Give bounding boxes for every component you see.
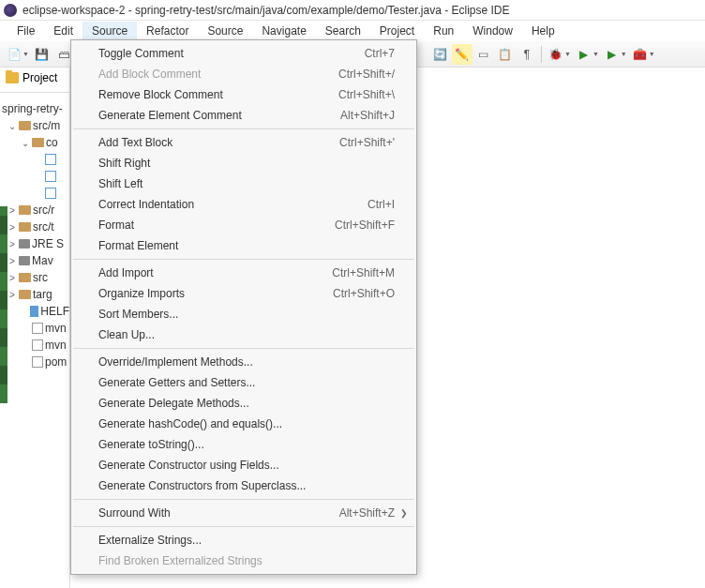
tree-label: src/t <box>33 220 54 234</box>
menu-item-shift-left[interactable]: Shift Left <box>72 173 415 194</box>
menu-item-generate-constructor-using-fields-[interactable]: Generate Constructor using Fields... <box>72 455 415 475</box>
run-icon[interactable]: ▶ <box>574 44 594 65</box>
mark-icon[interactable]: 📋 <box>495 44 516 65</box>
menu-file[interactable]: File <box>8 22 44 40</box>
tree-item[interactable]: mvn <box>2 320 69 337</box>
window-title: eclipse-workspace-2 - spring-retry-test/… <box>22 4 510 17</box>
block-icon[interactable]: ▭ <box>473 44 494 65</box>
shortcut: Alt+Shift+J <box>340 109 395 122</box>
menu-edit[interactable]: Edit <box>44 22 82 40</box>
menu-item-organize-imports[interactable]: Organize ImportsCtrl+Shift+O <box>72 283 415 304</box>
menu-item-externalize-strings-[interactable]: Externalize Strings... <box>72 530 415 550</box>
java-icon <box>45 171 56 182</box>
tree-item[interactable]: >targ <box>2 286 69 303</box>
menu-item-shift-right[interactable]: Shift Right <box>72 153 415 173</box>
menu-item-generate-constructors-from-superclass-[interactable]: Generate Constructors from Superclass... <box>72 475 415 496</box>
tree-item[interactable]: HELF <box>2 303 69 320</box>
menu-item-correct-indentation[interactable]: Correct IndentationCtrl+I <box>72 194 415 215</box>
shortcut: Ctrl+Shift+M <box>332 266 395 279</box>
shortcut: Ctrl+Shift+/ <box>338 68 395 81</box>
tree-item[interactable]: >src/r <box>2 202 69 219</box>
menu-navigate[interactable]: Navigate <box>252 22 315 40</box>
shortcut: Alt+Shift+Z <box>339 506 395 520</box>
menu-item-sort-members-[interactable]: Sort Members... <box>72 304 415 324</box>
menu-item-label: Organize Imports <box>98 287 185 300</box>
menu-refactor[interactable]: Refactor <box>137 22 198 40</box>
java-icon <box>45 188 56 199</box>
menu-item-add-text-block[interactable]: Add Text BlockCtrl+Shift+' <box>72 132 415 153</box>
menu-item-label: Shift Right <box>98 157 150 170</box>
menu-item-surround-with[interactable]: Surround WithAlt+Shift+Z❯ <box>72 503 415 523</box>
tree-item[interactable] <box>2 168 69 185</box>
tree-item[interactable]: >src/t <box>2 219 69 235</box>
menu-separator <box>73 348 414 349</box>
menu-item-format[interactable]: FormatCtrl+Shift+F <box>72 215 415 235</box>
debug-icon[interactable]: 🐞 <box>546 44 566 65</box>
menu-separator <box>73 526 414 527</box>
highlight-icon[interactable]: ✏️ <box>452 44 472 65</box>
sync-icon[interactable]: 🔄 <box>430 44 451 65</box>
menu-item-remove-block-comment[interactable]: Remove Block CommentCtrl+Shift+\ <box>72 84 415 105</box>
menu-source[interactable]: Source <box>82 22 137 40</box>
tree-item[interactable]: mvn <box>2 337 69 354</box>
menu-item-label: Generate Element Comment <box>98 109 242 122</box>
menu-item-label: Format Element <box>98 239 178 252</box>
menu-item-toggle-comment[interactable]: Toggle CommentCtrl+7 <box>72 43 415 64</box>
menu-separator <box>73 499 414 500</box>
menu-item-label: Format <box>98 219 134 232</box>
menu-run[interactable]: Run <box>424 22 463 40</box>
menu-item-label: Add Block Comment <box>98 68 201 81</box>
coverage-icon[interactable]: ▶ <box>602 44 622 65</box>
tree-item[interactable] <box>2 151 69 168</box>
menu-item-label: Add Text Block <box>98 136 172 149</box>
tree-item[interactable]: >JRE S <box>2 235 69 252</box>
tree-label: HELF <box>40 305 69 318</box>
new-icon[interactable]: 📄 <box>4 44 24 65</box>
ext-tools-icon[interactable]: 🧰 <box>630 44 651 65</box>
menu-item-label: Clean Up... <box>98 328 155 341</box>
tree-item[interactable]: pom <box>2 354 69 370</box>
menu-help[interactable]: Help <box>522 22 564 40</box>
menu-item-generate-element-comment[interactable]: Generate Element CommentAlt+Shift+J <box>72 105 415 126</box>
menu-item-generate-getters-and-setters-[interactable]: Generate Getters and Setters... <box>72 372 415 393</box>
tree-label: targ <box>33 288 52 301</box>
menu-source[interactable]: Source <box>198 22 252 40</box>
tree-item[interactable]: >src <box>2 269 69 286</box>
tree-label: pom <box>45 355 67 369</box>
menu-item-override-implement-methods-[interactable]: Override/Implement Methods... <box>72 352 415 372</box>
shortcut: Ctrl+I <box>368 198 395 211</box>
chevron-right-icon: ❯ <box>400 508 408 518</box>
menu-search[interactable]: Search <box>316 22 370 40</box>
menu-item-label: Find Broken Externalized Strings <box>98 554 262 567</box>
tree-label: src/r <box>33 204 54 217</box>
project-explorer[interactable]: Project spring-retry- ⌄src/m⌄co>src/r>sr… <box>0 68 70 588</box>
project-explorer-tab[interactable]: Project <box>0 68 69 88</box>
tree-item[interactable]: ⌄co <box>2 134 69 151</box>
menu-item-generate-hashcode-and-equals-[interactable]: Generate hashCode() and equals()... <box>72 414 415 434</box>
pi-icon[interactable]: ¶ <box>517 44 537 65</box>
menu-item-clean-up-[interactable]: Clean Up... <box>72 324 415 345</box>
tree-item[interactable]: ⌄src/m <box>2 117 69 134</box>
menu-item-format-element[interactable]: Format Element <box>72 235 415 256</box>
menu-item-label: Remove Block Comment <box>98 88 223 101</box>
menubar[interactable]: FileEditSourceRefactorSourceNavigateSear… <box>0 21 705 41</box>
menu-project[interactable]: Project <box>370 22 424 40</box>
tree-label: JRE S <box>32 237 64 250</box>
menu-item-label: Toggle Comment <box>98 47 184 60</box>
shortcut: Ctrl+Shift+\ <box>338 88 395 101</box>
menu-window[interactable]: Window <box>463 22 522 40</box>
menu-item-generate-tostring-[interactable]: Generate toString()... <box>72 434 415 455</box>
pkg-icon <box>19 121 31 130</box>
menu-item-add-import[interactable]: Add ImportCtrl+Shift+M <box>72 263 415 283</box>
pkg-icon <box>32 138 44 147</box>
xml-icon <box>32 356 43 368</box>
project-root[interactable]: spring-retry- <box>2 102 63 115</box>
save-icon[interactable]: 💾 <box>32 44 52 65</box>
project-tree[interactable]: spring-retry- ⌄src/m⌄co>src/r>src/t>JRE … <box>0 97 69 370</box>
tree-item[interactable]: >Mav <box>2 252 69 269</box>
menu-separator <box>73 259 414 260</box>
source-menu-popup[interactable]: Toggle CommentCtrl+7Add Block CommentCtr… <box>70 39 417 575</box>
tree-item[interactable] <box>2 185 69 202</box>
menu-item-label: Externalize Strings... <box>98 534 202 547</box>
menu-item-generate-delegate-methods-[interactable]: Generate Delegate Methods... <box>72 393 415 414</box>
